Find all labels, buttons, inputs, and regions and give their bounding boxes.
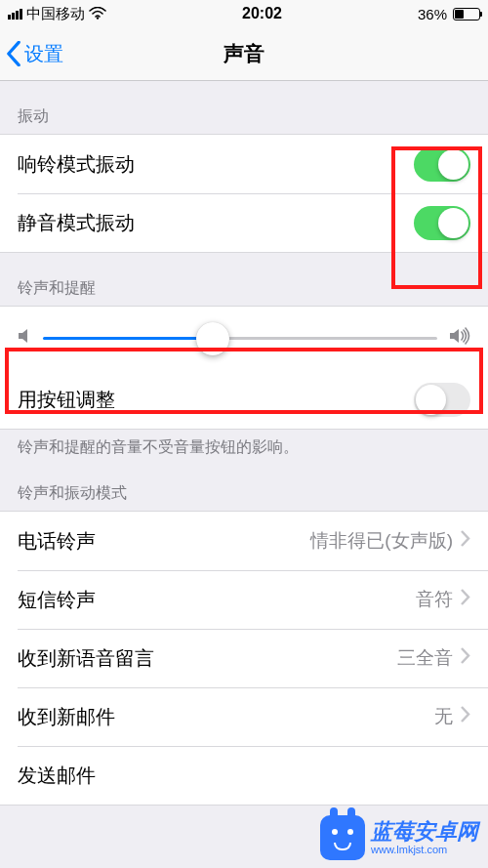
ring-vibrate-toggle[interactable] (414, 147, 470, 182)
battery-icon (453, 8, 480, 21)
sent-mail-cell[interactable]: 发送邮件 (0, 746, 488, 805)
chevron-right-icon (461, 530, 470, 552)
back-button[interactable]: 设置 (6, 27, 63, 80)
button-adjust-toggle[interactable] (414, 383, 470, 417)
watermark: 蓝莓安卓网 www.lmkjst.com (316, 813, 482, 862)
button-adjust-label: 用按钮调整 (18, 387, 115, 413)
text-tone-cell[interactable]: 短信铃声 音符 (0, 570, 488, 629)
status-left: 中国移动 (8, 5, 106, 23)
silent-vibrate-toggle[interactable] (414, 206, 470, 240)
wifi-icon (89, 6, 106, 22)
ring-vibrate-label: 响铃模式振动 (18, 151, 135, 178)
signal-icon (8, 9, 22, 20)
text-tone-label: 短信铃声 (18, 587, 96, 613)
new-mail-label: 收到新邮件 (18, 704, 115, 730)
status-bar: 中国移动 20:02 36% (0, 0, 488, 27)
back-label: 设置 (24, 41, 63, 67)
silent-vibrate-cell[interactable]: 静音模式振动 (0, 193, 488, 252)
sent-mail-label: 发送邮件 (18, 763, 96, 789)
new-mail-value: 无 (434, 704, 453, 729)
ringtone-cell[interactable]: 电话铃声 情非得已(女声版) (0, 512, 488, 570)
section-header-vibration: 振动 (0, 81, 488, 134)
vibration-group: 响铃模式振动 静音模式振动 (0, 134, 488, 253)
section-header-ringer: 铃声和提醒 (0, 253, 488, 306)
volume-slider[interactable] (43, 324, 437, 353)
watermark-logo-icon (320, 815, 365, 860)
chevron-right-icon (461, 647, 470, 669)
ring-vibrate-cell[interactable]: 响铃模式振动 (0, 135, 488, 193)
silent-vibrate-label: 静音模式振动 (18, 210, 135, 236)
chevron-left-icon (6, 41, 21, 66)
new-mail-cell[interactable]: 收到新邮件 无 (0, 687, 488, 746)
ringtone-value: 情非得已(女声版) (310, 528, 453, 554)
watermark-title: 蓝莓安卓网 (371, 820, 478, 844)
volume-high-icon (449, 327, 470, 350)
status-right: 36% (418, 6, 480, 22)
ringer-footer: 铃声和提醒的音量不受音量按钮的影响。 (0, 430, 488, 458)
volume-cell[interactable] (0, 307, 488, 370)
status-time: 20:02 (242, 5, 282, 22)
watermark-url: www.lmkjst.com (371, 844, 478, 855)
volume-low-icon (18, 327, 31, 350)
voicemail-cell[interactable]: 收到新语音留言 三全音 (0, 629, 488, 687)
chevron-right-icon (461, 706, 470, 727)
page-title: 声音 (224, 40, 264, 67)
chevron-right-icon (461, 589, 470, 610)
button-adjust-cell[interactable]: 用按钮调整 (0, 370, 488, 429)
voicemail-value: 三全音 (397, 645, 453, 671)
section-header-patterns: 铃声和振动模式 (0, 458, 488, 511)
ringtone-label: 电话铃声 (18, 528, 96, 555)
carrier-label: 中国移动 (26, 5, 85, 23)
slider-thumb[interactable] (196, 322, 229, 355)
voicemail-label: 收到新语音留言 (18, 645, 154, 672)
patterns-group: 电话铃声 情非得已(女声版) 短信铃声 音符 收到新语音留言 三全音 收到新邮件… (0, 511, 488, 806)
text-tone-value: 音符 (416, 587, 453, 612)
svg-point-0 (97, 17, 99, 19)
ringer-group: 用按钮调整 (0, 306, 488, 430)
battery-percent: 36% (418, 6, 447, 22)
nav-bar: 设置 声音 (0, 27, 488, 81)
